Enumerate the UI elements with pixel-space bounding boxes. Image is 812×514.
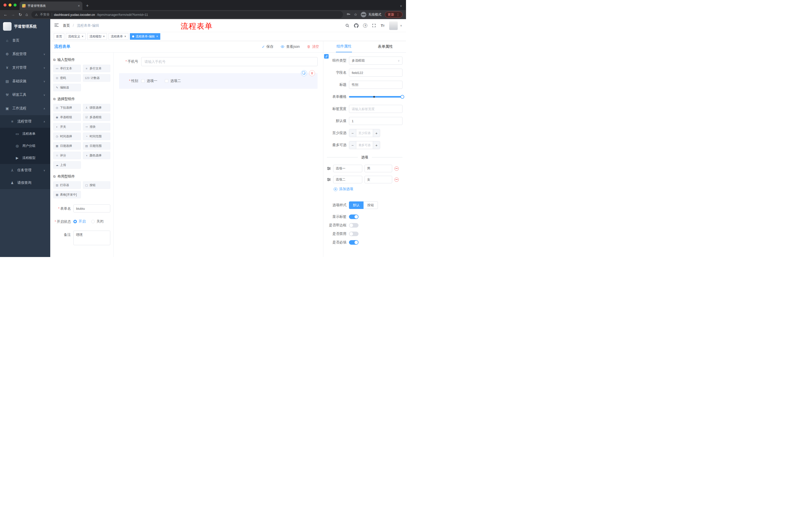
- min-select-stepper[interactable]: − 至少应选 +: [349, 129, 380, 137]
- slider-handle[interactable]: [401, 95, 404, 99]
- tag-process-form-edit[interactable]: 流程表单-编辑 ×: [130, 33, 160, 40]
- tag-process-definition[interactable]: 流程定义 ×: [66, 33, 86, 40]
- form-name-input[interactable]: [74, 205, 110, 213]
- new-tab-button[interactable]: +: [86, 3, 89, 8]
- browser-menu-icon[interactable]: ⋮: [396, 12, 400, 17]
- tag-process-form[interactable]: 流程表单 ×: [109, 33, 128, 40]
- checkbox-icon[interactable]: [165, 79, 168, 83]
- gender-option-2[interactable]: 选项二: [165, 79, 181, 83]
- option-value-input[interactable]: [365, 165, 392, 172]
- palette-item-checkbox-group[interactable]: ☑多选框组: [83, 113, 111, 121]
- palette-item-row-container[interactable]: ▥行容器: [53, 181, 81, 189]
- brand[interactable]: 芋道管理系统: [0, 19, 50, 34]
- required-switch[interactable]: [349, 240, 358, 245]
- help-icon[interactable]: ?: [363, 23, 367, 28]
- phone-input[interactable]: [141, 57, 318, 66]
- palette-item-radio-group[interactable]: ◉单选框组: [53, 113, 81, 121]
- palette-item-editor[interactable]: ✎编辑器: [53, 84, 81, 91]
- sidebar-collapse-icon[interactable]: [54, 23, 59, 28]
- sidebar-item-system[interactable]: ⚙ 系统管理 ∨: [0, 47, 50, 61]
- password-key-icon[interactable]: [346, 12, 350, 17]
- avatar[interactable]: [389, 21, 398, 30]
- option-value-input[interactable]: [365, 176, 392, 183]
- tab-component-props[interactable]: 组件属性: [323, 41, 365, 52]
- sidebar-item-home[interactable]: ⌂ 首页: [0, 34, 50, 47]
- sidebar-item-process-form[interactable]: ▭ 流程表单: [0, 128, 50, 140]
- gender-option-1[interactable]: 选项一: [141, 79, 157, 83]
- sidebar-item-process-mgmt[interactable]: ≡ 流程管理 ∧: [0, 115, 50, 128]
- field-name-input[interactable]: [349, 69, 403, 77]
- palette-item-rate[interactable]: ☆评分: [53, 152, 81, 159]
- tag-process-model[interactable]: 流程模型 ×: [87, 33, 107, 40]
- font-size-icon[interactable]: TT: [381, 23, 384, 28]
- palette-item-upload[interactable]: ☁上传: [53, 161, 81, 169]
- sidebar-item-devtools[interactable]: ⚒ 研发工具 ∨: [0, 88, 50, 102]
- sidebar-item-workflow[interactable]: ▣ 工作流程 ∧: [0, 102, 50, 115]
- url-bar[interactable]: ⚠ 不安全 dashboard.yudao.iocoder.cn/bpm/man…: [31, 11, 343, 18]
- drag-handle-icon[interactable]: [327, 178, 331, 182]
- sidebar-item-payment[interactable]: ¥ 支付管理 ∨: [0, 61, 50, 75]
- selected-component-gender[interactable]: *性别 选项一 选项二: [119, 73, 318, 89]
- show-label-switch[interactable]: [349, 215, 358, 219]
- palette-item-button[interactable]: ▢按钮: [83, 181, 111, 189]
- phone-field-row[interactable]: *手机号: [119, 57, 318, 66]
- increase-button[interactable]: +: [373, 141, 380, 149]
- disabled-switch[interactable]: [349, 232, 358, 236]
- update-button[interactable]: 更新 ⋮: [385, 11, 403, 18]
- sidebar-item-task-mgmt[interactable]: ⅄ 任务管理 ∨: [0, 164, 50, 177]
- option-label-input[interactable]: [333, 165, 362, 172]
- title-input[interactable]: [349, 81, 403, 89]
- palette-item-single-text[interactable]: ▭单行文本: [53, 64, 81, 72]
- palette-item-table[interactable]: ▩表格[开发中]: [53, 191, 81, 198]
- palette-item-slider[interactable]: ⊸滑块: [83, 123, 111, 131]
- fullscreen-icon[interactable]: [372, 23, 376, 28]
- palette-item-switch[interactable]: ◐开关: [53, 123, 81, 131]
- palette-item-counter[interactable]: 123计数器: [83, 74, 111, 82]
- save-button[interactable]: ✓ 保存: [262, 45, 273, 49]
- form-grid-slider[interactable]: [349, 93, 403, 101]
- copy-component-button[interactable]: [301, 70, 307, 76]
- palette-item-date-range[interactable]: ▤日期范围: [83, 142, 111, 150]
- increase-button[interactable]: +: [373, 129, 380, 137]
- palette-item-color-picker[interactable]: ◑颜色选择: [83, 152, 111, 159]
- view-json-button[interactable]: 查看json: [280, 45, 300, 49]
- default-value-input[interactable]: [349, 117, 403, 125]
- search-icon[interactable]: [345, 23, 349, 28]
- style-button-button[interactable]: 按钮: [364, 201, 378, 209]
- checkbox-icon[interactable]: [141, 79, 145, 83]
- palette-item-time-range[interactable]: ◔时间范围: [83, 133, 111, 140]
- slider-track[interactable]: [349, 96, 403, 98]
- close-icon[interactable]: ×: [156, 35, 158, 38]
- sidebar-item-leave-query[interactable]: ♟ 请假查询: [0, 177, 50, 189]
- decrease-button[interactable]: −: [349, 129, 356, 137]
- user-menu-caret-icon[interactable]: ∨: [400, 24, 402, 27]
- close-icon[interactable]: ×: [82, 35, 83, 38]
- remark-textarea[interactable]: 嘿嘿: [74, 231, 110, 245]
- reload-button[interactable]: ↻: [19, 12, 22, 17]
- palette-item-multi-text[interactable]: ≡多行文本: [83, 64, 111, 72]
- minimize-window-button[interactable]: [8, 3, 11, 6]
- form-canvas[interactable]: *手机号 *性别: [114, 53, 323, 257]
- sidebar-item-user-group[interactable]: ◎ 用户分组: [0, 140, 50, 152]
- sidebar-item-infra[interactable]: ▤ 基础设施 ∨: [0, 75, 50, 88]
- close-icon[interactable]: ×: [124, 35, 126, 38]
- tab-form-props[interactable]: 表单属性: [365, 41, 406, 52]
- border-switch[interactable]: [349, 223, 358, 227]
- palette-item-time-picker[interactable]: ◷时间选择: [53, 133, 81, 140]
- palette-item-date-picker[interactable]: ▦日期选择: [53, 142, 81, 150]
- home-button[interactable]: ⌂: [25, 12, 28, 17]
- close-icon[interactable]: ×: [103, 35, 105, 38]
- drag-handle-icon[interactable]: [327, 166, 331, 170]
- tag-home[interactable]: 首页: [54, 33, 64, 40]
- forward-button[interactable]: →: [11, 12, 15, 17]
- palette-item-cascader[interactable]: ⅄级联选择: [83, 104, 111, 111]
- status-off-radio[interactable]: 关闭: [91, 219, 104, 224]
- tab-search-caret-icon[interactable]: ∨: [400, 4, 402, 7]
- remove-option-icon[interactable]: [395, 166, 399, 171]
- add-option-button[interactable]: 添加选项: [334, 187, 403, 191]
- style-default-button[interactable]: 默认: [349, 201, 364, 209]
- link-icon[interactable]: [324, 54, 329, 59]
- palette-item-dropdown[interactable]: ◎下拉选择: [53, 104, 81, 111]
- option-label-input[interactable]: [333, 176, 362, 183]
- close-window-button[interactable]: [3, 3, 6, 6]
